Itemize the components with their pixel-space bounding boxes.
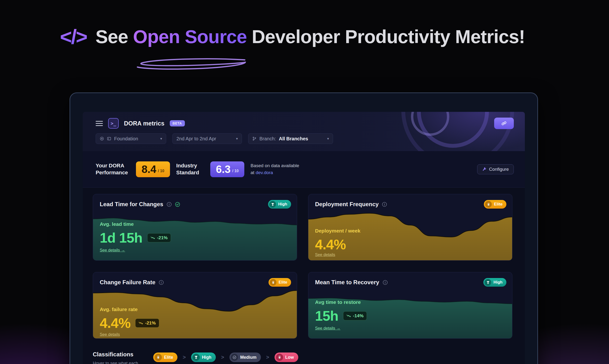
badge-label: High [278, 202, 287, 207]
see-details-link[interactable]: See details → [315, 326, 340, 331]
card-deployment-frequency: Deployment Frequency Elite Deployment / … [308, 194, 512, 260]
card-mean-time-to-recovery: Mean Time to Recovery High Avg time to r… [308, 272, 512, 339]
your-score-badge: 8.4 / 10 [136, 161, 170, 177]
configure-button[interactable]: Configure [477, 164, 514, 174]
delta-chip: -21% [147, 233, 171, 242]
score-out-of: / 10 [158, 169, 165, 173]
trend-down-icon [151, 236, 155, 239]
info-icon[interactable] [382, 202, 387, 207]
see-details-link[interactable]: See details → [100, 248, 125, 253]
trend-down-icon [346, 314, 351, 317]
info-icon[interactable] [383, 280, 388, 285]
metric-value: 4.4% [315, 236, 346, 252]
chevron-down-icon: ▾ [327, 136, 329, 141]
chevron-down-icon: ▾ [160, 136, 162, 141]
date-range-filter[interactable]: 2nd Apr to 2nd Apr ▾ [172, 133, 242, 144]
data-source-line1: Based on data available [250, 163, 299, 168]
badge-label: Elite [279, 280, 287, 285]
chevron-separator: > [221, 354, 224, 360]
your-performance-label: Your DORA Performance [96, 162, 130, 176]
metric-value: 1d 15h [100, 230, 142, 246]
performance-section: Your DORA Performance 8.4 / 10 Industry … [83, 151, 525, 187]
pill-label: Low [285, 355, 294, 360]
card-change-failure-rate: Change Failure Rate Elite Avg. failure r… [93, 272, 297, 339]
terminal-icon: >_ [108, 118, 119, 129]
card-title: Lead Time for Changes [100, 201, 163, 208]
badge-label: Elite [494, 202, 502, 207]
pill-label: Elite [164, 355, 173, 360]
beta-badge: BETA [170, 120, 185, 126]
check-circle-icon [175, 202, 180, 207]
info-icon[interactable] [167, 202, 172, 207]
trend-down-icon [138, 321, 143, 325]
classifications-section: Classifications Hover to see what each c… [83, 339, 525, 364]
trophy-icon [269, 201, 276, 208]
see-details-link[interactable]: See details [315, 252, 335, 257]
metric-cards-grid: Lead Time for Changes High [83, 187, 525, 339]
classification-pill-low[interactable]: Low [275, 352, 298, 362]
medal-icon [155, 354, 162, 361]
chevron-down-icon: ▾ [236, 136, 238, 141]
hero-title-highlight: Open Source [133, 26, 247, 47]
chevron-separator: > [183, 354, 186, 360]
branch-filter[interactable]: Branch: All Branches ▾ [248, 133, 333, 144]
delta-value: -14% [353, 313, 363, 318]
classification-pill-elite[interactable]: Elite [153, 352, 178, 362]
classifications-title: Classifications [93, 351, 144, 358]
page: </> See Open Source Developer Productivi… [0, 0, 609, 364]
pill-label: High [202, 355, 211, 360]
info-icon[interactable] [159, 280, 164, 285]
classifications-subtitle: Hover to see what each classification [93, 360, 144, 364]
industry-score-badge: 6.3 / 10 [210, 161, 244, 177]
menu-icon[interactable] [96, 121, 103, 126]
classification-badge-high: High [483, 278, 506, 287]
app-screen: >_ DORA metrics BETA [83, 112, 525, 364]
hero-title-prefix: See [96, 26, 133, 47]
configure-label: Configure [489, 167, 509, 172]
your-score-value: 8.4 [142, 163, 156, 175]
project-icon [107, 136, 111, 141]
delta-chip: -14% [343, 311, 367, 320]
metric-label: Deployment / week [315, 228, 360, 234]
trophy-icon [193, 354, 200, 361]
project-filter[interactable]: Foundation ▾ [96, 133, 166, 144]
score-out-of: / 10 [232, 169, 239, 173]
classification-badge-elite: Elite [269, 278, 291, 287]
delta-value: -21% [145, 320, 156, 326]
medal-icon [270, 279, 277, 286]
card-title: Change Failure Rate [100, 279, 155, 286]
data-source-line2: at [250, 170, 254, 175]
delta-value: -21% [157, 235, 167, 240]
badge-label: High [493, 280, 502, 285]
hero-title-suffix: Developer Productivity Metrics! [247, 26, 525, 47]
branch-filter-value: All Branches [279, 136, 308, 142]
delta-chip: -21% [135, 318, 159, 328]
metric-value: 15h [315, 308, 338, 324]
classification-badge-high: High [268, 200, 291, 208]
medal-icon [276, 354, 283, 361]
medal-icon [485, 201, 492, 208]
see-details-link[interactable]: See details [100, 332, 120, 337]
hero-headline: </> See Open Source Developer Productivi… [60, 25, 525, 49]
dev-dora-link[interactable]: dev.dora [256, 170, 273, 175]
data-source-note: Based on data available at dev.dora [250, 162, 299, 176]
area-chart [93, 289, 297, 338]
link-icon [501, 120, 507, 126]
check-icon [231, 354, 238, 361]
branch-icon [252, 136, 257, 141]
card-title: Deployment Frequency [315, 201, 379, 208]
pill-label: Medium [240, 355, 257, 360]
classification-pill-medium[interactable]: Medium [229, 352, 261, 362]
metric-label: Avg. failure rate [100, 307, 138, 312]
code-icon: </> [60, 25, 87, 49]
trophy-icon [484, 279, 491, 286]
disc-icon [100, 136, 104, 141]
card-title: Mean Time to Recovery [315, 279, 379, 286]
metric-value: 4.4% [100, 315, 130, 331]
metric-label: Avg time to restore [315, 299, 361, 305]
industry-standard-label: Industry Standard [176, 162, 204, 176]
share-link-button[interactable] [494, 117, 514, 129]
classification-pill-high[interactable]: High [191, 352, 216, 362]
date-range-value: 2nd Apr to 2nd Apr [177, 136, 216, 142]
branch-filter-label: Branch: [259, 136, 276, 142]
